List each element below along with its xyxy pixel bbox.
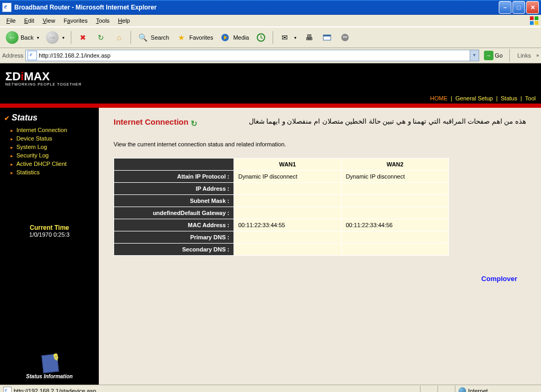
status-bar: http://192.168.2.1/stadevice.asp Interne…: [0, 385, 541, 392]
history-button[interactable]: [253, 30, 269, 45]
media-label: Media: [233, 34, 249, 41]
stop-icon: ✖: [77, 32, 89, 43]
mail-dropdown-icon[interactable]: ▼: [293, 36, 297, 40]
row-label-ip: IP Address :: [114, 183, 234, 195]
links-chevron-icon[interactable]: »: [536, 53, 539, 58]
sidebar-menu: Internet Connection Device Status System…: [4, 126, 95, 176]
nav-home[interactable]: HOME: [430, 95, 447, 101]
discuss-button[interactable]: [337, 30, 353, 45]
discuss-icon: [339, 32, 351, 43]
menu-view[interactable]: View: [40, 16, 59, 25]
print-icon: 🖶: [303, 32, 315, 43]
history-icon: [255, 32, 267, 43]
row-label-subnet: Subnet Mask :: [114, 195, 234, 207]
close-button[interactable]: ✕: [526, 1, 539, 14]
links-label[interactable]: Links: [514, 52, 534, 59]
menu-bar: File Edit View Favorites Tools Help: [0, 15, 541, 27]
svg-rect-2: [530, 21, 534, 25]
windows-flag-icon: [529, 16, 539, 25]
mail-button[interactable]: ✉▼: [276, 30, 300, 45]
current-time-value: 1/0/1970 0:25:3: [4, 231, 95, 238]
refresh-icon: ↻: [95, 32, 107, 43]
toolbar: ← Back ▼ → ▼ ✖ ↻ ⌂ 🔍Search ★Favorites Me…: [0, 27, 541, 48]
forward-button[interactable]: → ▼: [43, 30, 68, 45]
search-button[interactable]: 🔍Search: [134, 30, 172, 45]
svg-point-10: [345, 36, 347, 38]
status-url-cell: http://192.168.2.1/stadevice.asp: [0, 386, 421, 392]
address-dropdown-icon[interactable]: ▼: [470, 50, 479, 61]
toolbar-separator: [130, 31, 131, 44]
favorites-button[interactable]: ★Favorites: [173, 30, 216, 45]
media-icon: [219, 32, 231, 43]
cell-wan1-sdns: [234, 244, 342, 256]
mail-icon: ✉: [279, 32, 291, 43]
refresh-button[interactable]: ↻: [92, 30, 109, 45]
address-input[interactable]: [39, 51, 469, 60]
ie-app-icon: [2, 3, 12, 12]
nav-tool[interactable]: Tool: [525, 95, 536, 101]
go-label: Go: [495, 52, 503, 59]
window-controls: – □ ✕: [499, 1, 539, 14]
svg-point-9: [343, 36, 345, 38]
sidebar: Status Internet Connection Device Status…: [0, 108, 99, 385]
arabic-note: هذه من اهم صفحات المراقبه التي تهمنا و ه…: [249, 117, 526, 125]
print-button[interactable]: 🖶: [301, 30, 318, 45]
cell-wan2-attain: Dynamic IP disconnect: [341, 171, 449, 183]
edimax-logo: ΣDiMAX NETWORKING PEOPLE TOGETHER: [5, 71, 82, 86]
menu-favorites[interactable]: Favorites: [60, 16, 90, 25]
window-title: Broadband Router - Microsoft Internet Ex…: [14, 4, 499, 11]
go-button[interactable]: → Go: [481, 49, 506, 62]
back-icon: ←: [6, 31, 18, 44]
address-label: Address: [2, 52, 23, 59]
status-page-icon: [3, 387, 12, 392]
maximize-button[interactable]: □: [512, 1, 525, 14]
cell-wan1-mac: 00:11:22:33:44:55: [234, 219, 342, 231]
sidebar-item-security-log[interactable]: Security Log: [11, 151, 95, 160]
forward-dropdown-icon[interactable]: ▼: [61, 36, 65, 40]
stop-button[interactable]: ✖: [74, 30, 91, 45]
top-nav: HOME| General Setup| Status| Tool: [0, 93, 541, 104]
back-dropdown-icon[interactable]: ▼: [36, 36, 40, 40]
cell-wan1-gateway: [234, 207, 342, 219]
status-cell-empty1: [421, 386, 438, 392]
sidebar-item-device-status[interactable]: Device Status: [11, 134, 95, 143]
edit-icon: [321, 32, 333, 43]
page-content: Internet Connection↻ هذه من اهم صفحات ال…: [99, 108, 541, 385]
nav-status[interactable]: Status: [501, 95, 517, 101]
sidebar-item-system-log[interactable]: System Log: [11, 143, 95, 151]
page-refresh-icon[interactable]: ↻: [191, 119, 198, 126]
svg-point-8: [341, 34, 349, 41]
home-icon: ⌂: [113, 32, 125, 43]
minimize-button[interactable]: –: [499, 1, 511, 14]
main-row: Status Internet Connection Device Status…: [0, 108, 541, 385]
menu-tools[interactable]: Tools: [93, 16, 113, 25]
connection-table: WAN1 WAN2 Attain IP Protocol :Dynamic IP…: [114, 158, 449, 256]
sidebar-item-internet-connection[interactable]: Internet Connection: [11, 126, 95, 134]
menu-file[interactable]: File: [3, 16, 19, 25]
edit-button[interactable]: [319, 30, 335, 45]
cell-wan2-pdns: [341, 231, 449, 244]
home-button[interactable]: ⌂: [110, 30, 127, 45]
nav-general-setup[interactable]: General Setup: [455, 95, 493, 101]
current-time-label: Current Time: [4, 224, 95, 231]
row-label-attain: Attain IP Protocol :: [114, 171, 234, 183]
internet-zone-icon: [459, 387, 466, 392]
address-input-container: ▼: [25, 50, 479, 61]
cell-wan2-subnet: [341, 195, 449, 207]
cell-wan1-ip: [234, 183, 342, 195]
sidebar-item-active-dhcp-client[interactable]: Active DHCP Client: [11, 160, 95, 168]
row-label-sdns: Secondary DNS :: [114, 244, 234, 256]
media-button[interactable]: Media: [217, 30, 251, 45]
menu-edit[interactable]: Edit: [21, 16, 38, 25]
cell-wan1-pdns: [234, 231, 342, 244]
table-header-blank: [114, 158, 234, 171]
back-button[interactable]: ← Back ▼: [3, 30, 42, 45]
red-divider: [0, 104, 541, 108]
table-header-wan1: WAN1: [234, 158, 342, 171]
sidebar-item-statistics[interactable]: Statistics: [11, 168, 95, 176]
current-time-block: Current Time 1/0/1970 0:25:3: [4, 224, 95, 238]
search-icon: 🔍: [137, 32, 148, 43]
favorites-label: Favorites: [189, 34, 213, 41]
menu-help[interactable]: Help: [115, 16, 133, 25]
page-title: Internet Connection↻: [114, 117, 198, 126]
